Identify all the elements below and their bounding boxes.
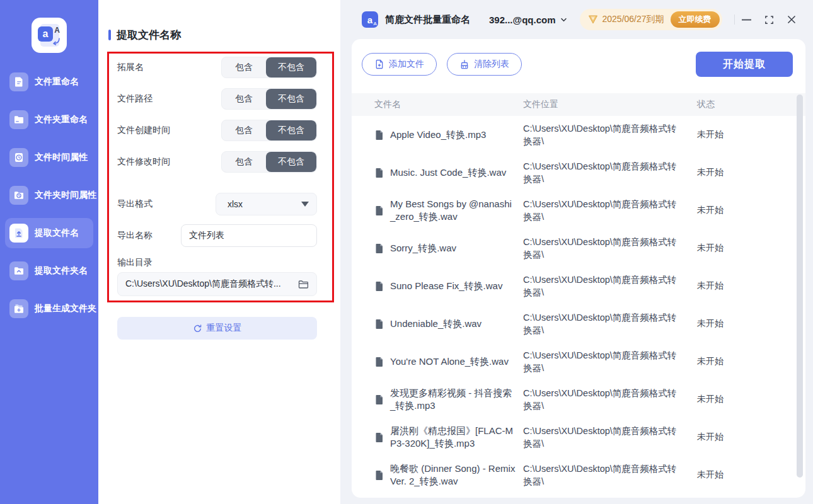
app-icon: aA xyxy=(362,11,378,28)
export-format-value: xlsx xyxy=(228,199,301,209)
toggle-option[interactable]: 不包含 xyxy=(266,57,316,77)
account-menu[interactable]: 392...@qq.com xyxy=(489,14,567,25)
toggle-option[interactable]: 不包含 xyxy=(266,152,316,172)
output-dir-label: 输出目录 xyxy=(117,257,153,268)
file-name: Apple Video_转换.mp3 xyxy=(390,129,486,141)
file-name: Music. Just Code_转换.wav xyxy=(390,166,506,179)
app-window: a A 文件重命名 文件夹重命名 文件时间属性 文件夹时间属性 xyxy=(0,0,813,504)
sidebar-item[interactable]: 文件夹时间属性 xyxy=(5,180,93,210)
table-header: 文件名 文件位置 状态 xyxy=(352,93,805,116)
maximize-button[interactable] xyxy=(758,8,780,31)
sidebar-menu: 文件重命名 文件夹重命名 文件时间属性 文件夹时间属性 提取文件名 xyxy=(0,67,98,324)
folder-open-icon[interactable] xyxy=(298,279,309,290)
sidebar-item-label: 批量生成文件夹 xyxy=(35,303,96,314)
output-dir-field[interactable]: C:\Users\XU\Desktop\简鹿音频格式转... xyxy=(117,272,317,296)
settings-panel: 提取文件名称 拓展名 包含不包含 文件路径 包含不包含 文件创建时间 包含不包含… xyxy=(98,0,340,504)
file-status: 未开始 xyxy=(697,469,805,481)
toggle-label: 文件路径 xyxy=(117,93,153,105)
sidebar-item-label: 文件夹重命名 xyxy=(35,114,88,125)
export-format-select[interactable]: xlsx xyxy=(216,193,317,215)
sidebar: a A 文件重命名 文件夹重命名 文件时间属性 文件夹时间属性 xyxy=(0,0,98,504)
sidebar-item[interactable]: 文件重命名 xyxy=(5,67,93,97)
toggle-option[interactable]: 包含 xyxy=(222,89,266,109)
toggle-option[interactable]: 不包含 xyxy=(266,89,316,109)
file-location: C:\Users\XU\Desktop\简鹿音频格式转换器\ xyxy=(523,349,697,374)
reset-settings-button[interactable]: 重置设置 xyxy=(117,317,317,340)
table-row[interactable]: Suno Please Fix_转换.wav C:\Users\XU\Deskt… xyxy=(352,267,805,305)
file-status: 未开始 xyxy=(697,394,805,405)
toggle-option[interactable]: 不包含 xyxy=(266,120,316,140)
sidebar-item[interactable]: 批量生成文件夹 xyxy=(5,294,93,324)
add-files-button[interactable]: 添加文件 xyxy=(362,53,437,76)
file-status: 未开始 xyxy=(697,318,805,329)
output-dir-value: C:\Users\XU\Desktop\简鹿音频格式转... xyxy=(125,278,298,290)
clear-list-button[interactable]: 清除列表 xyxy=(447,53,522,76)
sidebar-item-label: 文件重命名 xyxy=(35,76,79,88)
file-icon xyxy=(9,72,28,91)
file-location: C:\Users\XU\Desktop\简鹿音频格式转换器\ xyxy=(523,311,697,336)
table-row[interactable]: My Best Songs by @nanashi_zero_转换.wav C:… xyxy=(352,192,805,229)
title-accent-bar xyxy=(108,30,111,40)
document-icon xyxy=(374,130,384,140)
close-button[interactable] xyxy=(780,8,803,31)
table-row[interactable]: 屠洪刚《精忠报国》[FLAC-MP3-320K]_转换.mp3 C:\Users… xyxy=(352,418,805,456)
file-list-card: 添加文件 清除列表 开始提取 文件名 文件位置 状态 Apple Video_转… xyxy=(352,39,805,498)
file-status: 未开始 xyxy=(697,356,805,367)
toggle-row: 拓展名 包含不包含 xyxy=(117,57,317,78)
toggle-option[interactable]: 包含 xyxy=(222,152,266,172)
panel-title: 提取文件名称 xyxy=(108,28,181,42)
reset-settings-label: 重置设置 xyxy=(207,323,242,334)
table-row[interactable]: 发现更多精彩视频 - 抖音搜索_转换.mp3 C:\Users\XU\Deskt… xyxy=(352,381,805,418)
renew-button[interactable]: 立即续费 xyxy=(671,11,720,28)
scrollbar-thumb[interactable] xyxy=(797,94,803,478)
file-name: My Best Songs by @nanashi_zero_转换.wav xyxy=(390,198,516,223)
sidebar-item[interactable]: 文件夹重命名 xyxy=(5,105,93,135)
sidebar-item-label: 提取文件名 xyxy=(35,227,79,239)
table-row[interactable]: You're NOT Alone_转换.wav C:\Users\XU\Desk… xyxy=(352,343,805,381)
table-row[interactable]: 晚餐歌 (Dinner Song) - Remix Ver. 2_转换.wav … xyxy=(352,456,805,494)
svg-text:V: V xyxy=(591,16,594,20)
toggle-row: 文件修改时间 包含不包含 xyxy=(117,151,317,173)
file-location: C:\Users\XU\Desktop\简鹿音频格式转换器\ xyxy=(523,198,697,223)
file-status: 未开始 xyxy=(697,167,805,178)
main-panel: aA 简鹿文件批量重命名 392...@qq.com V 2025/06/27到… xyxy=(340,0,813,504)
column-filename: 文件名 xyxy=(374,99,523,110)
table-row[interactable]: Music. Just Code_转换.wav C:\Users\XU\Desk… xyxy=(352,154,805,192)
sidebar-item[interactable]: 提取文件夹名 xyxy=(5,256,93,286)
minimize-button[interactable] xyxy=(735,8,758,31)
document-icon xyxy=(374,168,384,178)
file-location: C:\Users\XU\Desktop\简鹿音频格式转换器\ xyxy=(523,273,697,299)
file-status: 未开始 xyxy=(697,432,805,443)
sidebar-item[interactable]: 提取文件名 xyxy=(5,218,93,248)
license-expiry: 2025/06/27到期 xyxy=(603,14,664,25)
table-row[interactable]: Sorry_转换.wav C:\Users\XU\Desktop\简鹿音频格式转… xyxy=(352,229,805,267)
file-location: C:\Users\XU\Desktop\简鹿音频格式转换器\ xyxy=(523,387,697,412)
column-status: 状态 xyxy=(697,99,805,110)
file-location: C:\Users\XU\Desktop\简鹿音频格式转换器\ xyxy=(523,236,697,261)
export-format-label: 导出格式 xyxy=(117,198,153,210)
toggle-label: 文件创建时间 xyxy=(117,125,170,136)
file-clock-icon xyxy=(9,148,28,167)
sidebar-item-label: 提取文件夹名 xyxy=(35,265,88,277)
app-title: 简鹿文件批量重命名 xyxy=(385,14,470,26)
vip-diamond-icon: V xyxy=(587,14,599,25)
table-row[interactable]: Apple Video_转换.mp3 C:\Users\XU\Desktop\简… xyxy=(352,116,805,154)
file-table-body: Apple Video_转换.mp3 C:\Users\XU\Desktop\简… xyxy=(352,116,805,494)
export-name-input[interactable] xyxy=(181,224,317,247)
close-icon xyxy=(787,15,796,24)
sidebar-item[interactable]: 文件时间属性 xyxy=(5,142,93,173)
table-row[interactable]: Undeniable_转换.wav C:\Users\XU\Desktop\简鹿… xyxy=(352,305,805,343)
toolbar: 添加文件 清除列表 开始提取 xyxy=(352,39,805,77)
toggle-option[interactable]: 包含 xyxy=(222,57,266,77)
toggle-option[interactable]: 包含 xyxy=(222,120,266,140)
titlebar: aA 简鹿文件批量重命名 392...@qq.com V 2025/06/27到… xyxy=(340,0,813,39)
start-extract-button[interactable]: 开始提取 xyxy=(696,52,793,77)
folder-clock-icon xyxy=(9,186,28,205)
file-name: 发现更多精彩视频 - 抖音搜索_转换.mp3 xyxy=(390,387,516,412)
file-status: 未开始 xyxy=(697,280,805,292)
column-location: 文件位置 xyxy=(523,99,697,110)
file-name: 屠洪刚《精忠报国》[FLAC-MP3-320K]_转换.mp3 xyxy=(390,425,516,450)
folder-icon xyxy=(9,110,28,129)
toggle-label: 拓展名 xyxy=(117,62,144,73)
folder-export-icon xyxy=(9,261,28,280)
